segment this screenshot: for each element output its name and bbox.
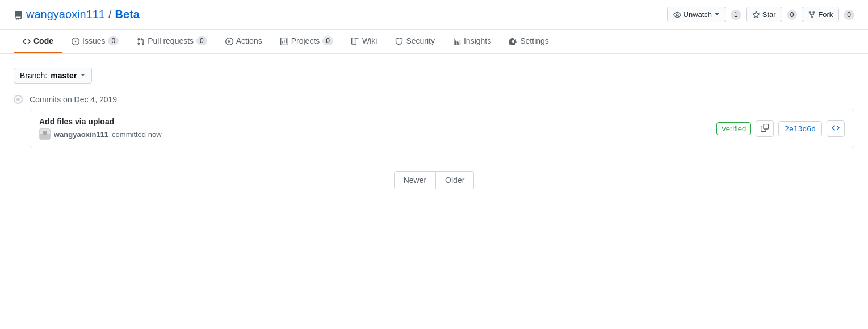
- tab-security[interactable]: Security: [386, 30, 444, 53]
- repo-title: wangyaoxin111 / Beta: [14, 8, 140, 21]
- repo-icon: [14, 8, 23, 21]
- commit-title[interactable]: Add files via upload: [39, 117, 162, 126]
- pr-count: 0: [196, 36, 207, 45]
- commit-list: Add files via upload wangyaoxin111 commi…: [30, 109, 854, 148]
- newer-button[interactable]: Newer: [394, 171, 436, 189]
- tab-settings[interactable]: Settings: [500, 30, 558, 53]
- unwatch-button[interactable]: Unwatch: [667, 7, 727, 22]
- tab-projects-label: Projects: [291, 36, 320, 45]
- commit-author[interactable]: wangyaoxin111: [54, 130, 108, 139]
- tabs-bar: Code Issues 0 Pull requests 0 Actions: [0, 30, 868, 54]
- top-bar: wangyaoxin111 / Beta Unwatch 1 Star 0 Fo…: [0, 0, 868, 30]
- older-button[interactable]: Older: [436, 171, 474, 189]
- commits-date-label: Commits on Dec 4, 2019: [30, 95, 117, 104]
- copy-hash-button[interactable]: [756, 120, 774, 137]
- tab-actions-label: Actions: [236, 36, 262, 45]
- verified-badge: Verified: [716, 122, 751, 135]
- pr-icon: [137, 36, 145, 45]
- main-content: Branch: master Commits on Dec 4, 2019 Ad…: [0, 54, 868, 203]
- security-icon: [395, 36, 403, 45]
- unwatch-label: Unwatch: [684, 10, 712, 19]
- commits-date-icon: [14, 95, 23, 104]
- branch-selector[interactable]: Branch: master: [14, 68, 92, 84]
- code-icon: [23, 36, 31, 45]
- projects-icon: [280, 36, 288, 45]
- commit-actions: Verified 2e13d6d: [716, 120, 845, 137]
- tab-pull-requests[interactable]: Pull requests 0: [128, 30, 216, 53]
- browse-icon: [832, 124, 840, 132]
- settings-icon: [509, 36, 517, 45]
- actions-icon: [225, 36, 233, 45]
- copy-icon: [761, 124, 769, 132]
- commit-info: Add files via upload wangyaoxin111 commi…: [39, 117, 162, 140]
- projects-count: 0: [322, 36, 333, 45]
- fork-count: 0: [844, 10, 854, 20]
- repo-name[interactable]: Beta: [115, 8, 140, 21]
- fork-label: Fork: [818, 10, 833, 19]
- star-label: Star: [762, 10, 776, 19]
- insights-icon: [453, 36, 461, 45]
- tab-pr-label: Pull requests: [148, 36, 194, 45]
- tab-actions[interactable]: Actions: [216, 30, 271, 53]
- tab-insights-label: Insights: [464, 36, 491, 45]
- repo-separator: /: [108, 8, 112, 21]
- tab-projects[interactable]: Projects 0: [271, 30, 342, 53]
- issues-count: 0: [108, 36, 119, 45]
- avatar: [39, 128, 51, 140]
- commits-date-row: Commits on Dec 4, 2019: [14, 95, 854, 104]
- header-actions: Unwatch 1 Star 0 Fork 0: [667, 7, 854, 22]
- star-button[interactable]: Star: [746, 7, 782, 22]
- tab-code-label: Code: [33, 36, 53, 45]
- commit-time: committed now: [112, 130, 161, 139]
- fork-button[interactable]: Fork: [802, 7, 839, 22]
- table-row: Add files via upload wangyaoxin111 commi…: [30, 109, 854, 148]
- tab-insights[interactable]: Insights: [444, 30, 500, 53]
- tab-wiki[interactable]: Wiki: [342, 30, 386, 53]
- unwatch-count: 1: [731, 10, 741, 20]
- commit-hash[interactable]: 2e13d6d: [778, 121, 822, 136]
- tab-code[interactable]: Code: [14, 30, 62, 53]
- pagination: Newer Older: [14, 171, 854, 189]
- browse-tree-button[interactable]: [827, 120, 845, 137]
- tab-issues[interactable]: Issues 0: [62, 30, 128, 53]
- branch-name: master: [51, 71, 77, 80]
- repo-owner[interactable]: wangyaoxin111: [26, 8, 105, 21]
- wiki-icon: [351, 36, 359, 45]
- branch-chevron-icon: [80, 73, 86, 78]
- commit-meta: wangyaoxin111 committed now: [39, 128, 162, 140]
- tab-issues-label: Issues: [82, 36, 105, 45]
- star-count: 0: [787, 10, 798, 20]
- branch-label: Branch:: [20, 71, 47, 80]
- tab-wiki-label: Wiki: [362, 36, 377, 45]
- issues-icon: [72, 36, 79, 45]
- tab-security-label: Security: [406, 36, 435, 45]
- tab-settings-label: Settings: [520, 36, 549, 45]
